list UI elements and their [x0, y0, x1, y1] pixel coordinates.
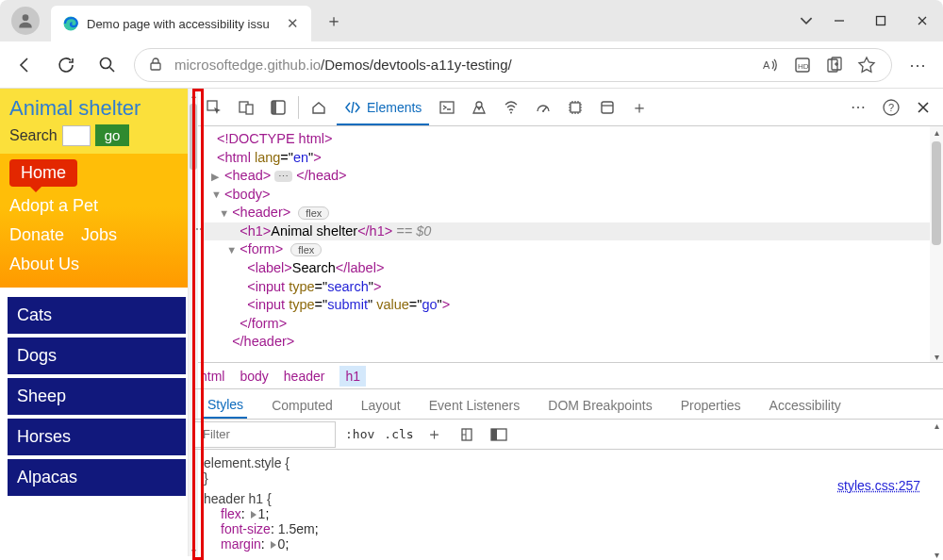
hov-toggle[interactable]: :hov [345, 427, 374, 441]
console-tab-icon[interactable] [433, 93, 461, 122]
dom-scrollbar[interactable]: ▴ ▾ [930, 126, 943, 362]
tab-event-listeners[interactable]: Event Listeners [425, 391, 524, 418]
device-toggle-icon[interactable] [232, 93, 260, 122]
dom-line[interactable]: ▼<header> flex [204, 204, 943, 222]
toggle-sidebar-icon[interactable] [488, 423, 510, 446]
dom-line[interactable]: <label>Search</label> [204, 259, 943, 278]
maximize-button[interactable] [860, 2, 902, 40]
nav-home[interactable]: Home [9, 159, 77, 187]
scroll-down-arrow-icon[interactable]: ▾ [930, 351, 943, 362]
elements-tab[interactable]: Elements [337, 90, 429, 125]
browser-toolbar: microsoftedge.github.io/Demos/devtools-a… [0, 41, 943, 89]
sources-tab-icon[interactable] [465, 93, 493, 122]
dom-line[interactable]: </header> [204, 333, 943, 352]
css-declaration[interactable]: flex: 1; [204, 506, 934, 521]
devtools-more-icon[interactable]: ⋯ [845, 93, 873, 122]
elements-tab-label: Elements [367, 100, 422, 115]
application-tab-icon[interactable] [593, 93, 621, 122]
search-button[interactable] [92, 50, 123, 80]
dom-line[interactable]: <html lang="en"> [204, 149, 943, 168]
computed-styles-icon[interactable] [455, 423, 478, 446]
more-tabs-icon[interactable]: ＋ [625, 93, 653, 122]
address-bar[interactable]: microsoftedge.github.io/Demos/devtools-a… [134, 48, 892, 82]
devtools-toolbar: Elements ＋ ⋯ ? [194, 89, 943, 126]
styles-scrollbar[interactable]: ▴ ▾ [930, 420, 943, 560]
translate-icon[interactable]: HD [791, 54, 814, 76]
dom-tree[interactable]: ⋯ <!DOCTYPE html><html lang="en"> ▶<head… [194, 126, 943, 362]
source-link[interactable]: styles.css:257 [837, 478, 920, 493]
chevron-down-icon[interactable] [794, 2, 819, 40]
dom-line[interactable]: <!DOCTYPE html> [204, 130, 943, 149]
url-text: microsoftedge.github.io/Demos/devtools-a… [174, 57, 512, 73]
breadcrumb-header[interactable]: header [284, 369, 325, 384]
browser-tab[interactable]: Demo page with accessibility issu ✕ [51, 6, 311, 41]
tab-properties[interactable]: Properties [677, 391, 745, 418]
devtools-close-icon[interactable] [909, 93, 937, 122]
breadcrumb-body[interactable]: body [240, 369, 268, 384]
network-tab-icon[interactable] [497, 93, 525, 122]
panel-layout-icon[interactable] [264, 93, 292, 122]
styles-filter-input[interactable] [194, 421, 336, 448]
scroll-thumb[interactable] [932, 141, 941, 245]
tab-close-icon[interactable]: ✕ [285, 16, 300, 31]
minimize-button[interactable] [819, 2, 860, 40]
cls-toggle[interactable]: .cls [384, 427, 413, 441]
memory-tab-icon[interactable] [561, 93, 589, 122]
dom-line[interactable]: ▼<body> [204, 186, 943, 205]
tab-layout[interactable]: Layout [357, 391, 405, 418]
svg-text:?: ? [888, 102, 894, 113]
tab-accessibility[interactable]: Accessibility [766, 391, 845, 418]
refresh-button[interactable] [51, 50, 81, 80]
category-sheep[interactable]: Sheep [8, 378, 186, 415]
tab-styles[interactable]: Styles [204, 390, 247, 419]
profile-icon[interactable] [11, 7, 40, 35]
read-aloud-icon[interactable]: A [759, 54, 782, 76]
breadcrumb-h1[interactable]: h1 [339, 366, 366, 387]
nav-jobs[interactable]: Jobs [81, 225, 117, 245]
dom-line[interactable]: <input type="search"> [204, 278, 943, 297]
styles-tab-bar: Styles Computed Layout Event Listeners D… [194, 389, 943, 420]
nav-donate[interactable]: Donate [9, 225, 64, 245]
dom-line[interactable]: </form> [204, 315, 943, 334]
tab-computed[interactable]: Computed [268, 391, 337, 418]
css-declaration[interactable]: font-size: 1.5em; [204, 521, 934, 536]
new-tab-button[interactable]: ＋ [319, 6, 349, 36]
dom-line[interactable]: ▼<form> flex [204, 240, 943, 259]
css-declaration[interactable]: margin: 0; [204, 536, 934, 552]
inspect-element-icon[interactable] [200, 93, 228, 122]
nav-adopt[interactable]: Adopt a Pet [9, 196, 184, 216]
breadcrumb-html[interactable]: html [200, 369, 224, 384]
svg-rect-6 [151, 63, 160, 70]
new-style-rule-icon[interactable]: ＋ [423, 423, 446, 446]
settings-menu-button[interactable]: ⋯ [903, 50, 934, 80]
welcome-tab-icon[interactable] [305, 93, 333, 122]
scroll-up-arrow-icon[interactable]: ▴ [930, 420, 943, 431]
help-icon[interactable]: ? [877, 93, 905, 122]
styles-rules[interactable]: element.style { } header h1 { flex: 1;fo… [194, 450, 943, 560]
dom-line[interactable]: <input type="submit" value="go"> [204, 296, 943, 315]
scroll-up-arrow-icon[interactable]: ▴ [189, 89, 198, 100]
performance-tab-icon[interactable] [529, 93, 557, 122]
tab-dom-breakpoints[interactable]: DOM Breakpoints [544, 391, 655, 418]
svg-rect-16 [246, 105, 253, 114]
svg-point-0 [23, 14, 29, 21]
category-horses[interactable]: Horses [8, 419, 186, 455]
go-button[interactable]: go [95, 124, 130, 146]
back-button[interactable] [9, 50, 40, 80]
category-cats[interactable]: Cats [8, 297, 186, 334]
svg-rect-24 [571, 103, 580, 112]
dom-line[interactable]: ▶<head> ⋯ </head> [204, 167, 943, 186]
close-window-button[interactable] [902, 2, 943, 40]
favorite-icon[interactable] [855, 54, 878, 76]
scroll-up-arrow-icon[interactable]: ▴ [930, 126, 943, 138]
ellipsis-icon[interactable]: ⋯ [194, 222, 203, 236]
dom-line[interactable]: <h1>Animal shelter</h1> == $0 [204, 222, 943, 241]
category-alpacas[interactable]: Alpacas [8, 459, 186, 496]
nav-about[interactable]: About Us [9, 255, 184, 274]
category-dogs[interactable]: Dogs [8, 338, 186, 374]
scroll-down-arrow-icon[interactable]: ▾ [930, 549, 943, 560]
collections-icon[interactable] [823, 54, 846, 76]
edge-favicon-icon [62, 15, 79, 32]
browser-titlebar: Demo page with accessibility issu ✕ ＋ [0, 0, 943, 41]
search-input[interactable] [62, 125, 91, 146]
